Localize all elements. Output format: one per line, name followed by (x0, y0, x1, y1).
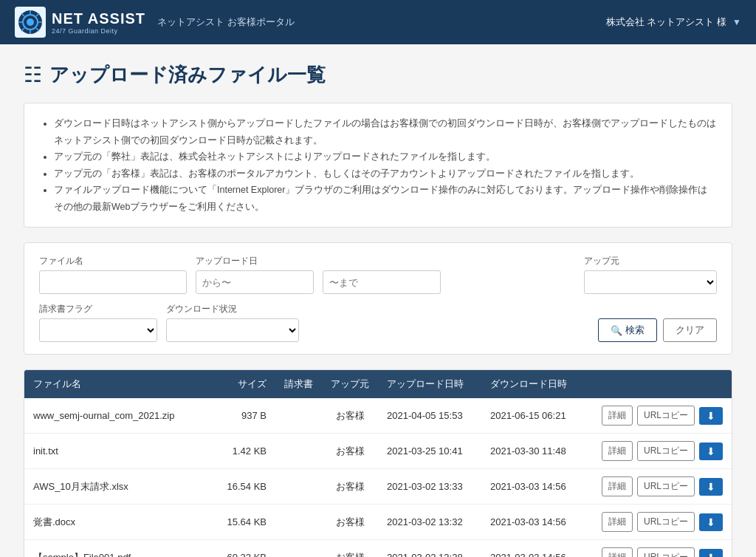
download-button[interactable]: ⬇ (699, 549, 723, 558)
urlcopy-button[interactable]: URLコピー (637, 547, 695, 557)
cell-filename: init.txt (24, 434, 216, 469)
detail-button[interactable]: 詳細 (602, 441, 633, 461)
col-header-size: サイズ (216, 370, 275, 398)
download-icon: ⬇ (707, 516, 715, 528)
cell-actions: 詳細 URLコピー ⬇ (585, 398, 732, 434)
svg-point-2 (27, 18, 34, 26)
table-row: 【sample】File001.pdf 60.22 KB お客様 2021-03… (24, 540, 732, 558)
invoice-flag-label: 請求書フラグ (39, 303, 157, 315)
download-button[interactable]: ⬇ (699, 513, 723, 531)
cell-download-date: 2021-03-03 14:56 (481, 469, 585, 505)
cell-size: 60.22 KB (216, 540, 275, 558)
logo-area: NET ASSIST 24/7 Guardian Deity (15, 7, 145, 38)
logo-subtitle: 24/7 Guardian Deity (52, 27, 145, 35)
file-table-container: ファイル名 サイズ 請求書 アップ元 アップロード日時 ダウンロード日時 www… (24, 369, 732, 557)
urlcopy-button[interactable]: URLコピー (637, 512, 695, 532)
file-table: ファイル名 サイズ 請求書 アップ元 アップロード日時 ダウンロード日時 www… (24, 370, 732, 557)
cell-upload-date: 2021-03-02 13:28 (378, 540, 481, 558)
urlcopy-button[interactable]: URLコピー (637, 441, 695, 461)
download-icon: ⬇ (707, 552, 715, 558)
clear-button[interactable]: クリア (663, 318, 717, 342)
download-button[interactable]: ⬇ (699, 442, 723, 460)
search-button-label: 検索 (625, 324, 645, 337)
search-form: ファイル名 アップロード日 アップ元 弊社 お客様 (24, 242, 732, 355)
table-header: ファイル名 サイズ 請求書 アップ元 アップロード日時 ダウンロード日時 (24, 370, 732, 398)
download-status-label: ダウンロード状況 (166, 303, 299, 315)
cell-invoice (275, 540, 322, 558)
info-item: アップ元の「お客様」表記は、お客様のポータルアカウント、もしくはその子アカウント… (54, 165, 717, 182)
cell-size: 16.54 KB (216, 469, 275, 505)
detail-button[interactable]: 詳細 (602, 406, 633, 426)
cell-source: お客様 (322, 398, 378, 434)
invoice-flag-select[interactable]: あり なし (39, 318, 157, 342)
download-status-group: ダウンロード状況 済み 未 (166, 303, 299, 342)
invoice-flag-group: 請求書フラグ あり なし (39, 303, 157, 342)
source-select[interactable]: 弊社 お客様 (584, 270, 717, 294)
cell-size: 937 B (216, 398, 275, 434)
cell-download-date: 2021-03-03 14:56 (481, 505, 585, 540)
cell-upload-date: 2021-03-02 13:33 (378, 469, 481, 505)
cell-source: お客様 (322, 540, 378, 558)
table-row: 覚書.docx 15.64 KB お客様 2021-03-02 13:32 20… (24, 505, 732, 540)
action-buttons: 詳細 URLコピー ⬇ (594, 441, 723, 461)
cell-download-date: 2021-06-15 06:21 (481, 398, 585, 434)
search-buttons: 🔍 検索 クリア (598, 318, 717, 342)
download-button[interactable]: ⬇ (699, 407, 723, 425)
urlcopy-button[interactable]: URLコピー (637, 476, 695, 496)
action-buttons: 詳細 URLコピー ⬇ (594, 547, 723, 557)
download-status-select[interactable]: 済み 未 (166, 318, 299, 342)
search-magnifier-icon: 🔍 (611, 325, 622, 336)
cell-invoice (275, 398, 322, 434)
date-from-input[interactable] (196, 270, 314, 294)
action-buttons: 詳細 URLコピー ⬇ (594, 406, 723, 426)
detail-button[interactable]: 詳細 (602, 476, 633, 496)
download-button[interactable]: ⬇ (699, 478, 723, 496)
header-dropdown-arrow-icon: ▼ (732, 17, 741, 27)
cell-invoice (275, 505, 322, 540)
download-icon: ⬇ (707, 445, 715, 457)
cell-invoice (275, 434, 322, 469)
cell-actions: 詳細 URLコピー ⬇ (585, 505, 732, 540)
table-body: www_semj-ournal_com_2021.zip 937 B お客様 2… (24, 398, 732, 557)
page-title-icon: ☷ (24, 63, 42, 87)
cell-source: お客様 (322, 469, 378, 505)
info-list: ダウンロード日時はネットアシスト側からアップロードしたファイルの場合はお客様側で… (24, 103, 732, 228)
header: NET ASSIST 24/7 Guardian Deity ネットアシスト お… (0, 0, 756, 44)
table-header-row: ファイル名 サイズ 請求書 アップ元 アップロード日時 ダウンロード日時 (24, 370, 732, 398)
main-content: ☷ アップロード済みファイル一覧 ダウンロード日時はネットアシスト側からアップロ… (0, 44, 756, 557)
cell-actions: 詳細 URLコピー ⬇ (585, 434, 732, 469)
cell-source: お客様 (322, 434, 378, 469)
cell-filename: 【sample】File001.pdf (24, 540, 216, 558)
logo-title: NET ASSIST (52, 10, 145, 27)
detail-button[interactable]: 詳細 (602, 547, 633, 557)
page-title: アップロード済みファイル一覧 (49, 62, 326, 88)
detail-button[interactable]: 詳細 (602, 512, 633, 532)
upload-date-label: アップロード日 (196, 255, 314, 267)
page-title-area: ☷ アップロード済みファイル一覧 (24, 62, 732, 88)
col-header-invoice: 請求書 (275, 370, 322, 398)
date-to-input[interactable] (323, 270, 441, 294)
table-row: www_semj-ournal_com_2021.zip 937 B お客様 2… (24, 398, 732, 434)
col-header-filename: ファイル名 (24, 370, 216, 398)
download-icon: ⬇ (707, 481, 715, 493)
header-left: NET ASSIST 24/7 Guardian Deity ネットアシスト お… (15, 7, 295, 38)
cell-upload-date: 2021-04-05 15:53 (378, 398, 481, 434)
cell-actions: 詳細 URLコピー ⬇ (585, 540, 732, 558)
filename-label: ファイル名 (39, 255, 187, 267)
cell-source: お客様 (322, 505, 378, 540)
filename-input[interactable] (39, 270, 187, 294)
col-header-download: ダウンロード日時 (481, 370, 585, 398)
header-company-menu[interactable]: 株式会社 ネットアシスト 様 ▼ (606, 16, 741, 29)
logo-text-area: NET ASSIST 24/7 Guardian Deity (52, 10, 145, 35)
source-label: アップ元 (584, 255, 717, 267)
date-to-label (323, 257, 441, 267)
col-header-upload: アップロード日時 (378, 370, 481, 398)
table-row: init.txt 1.42 KB お客様 2021-03-25 10:41 20… (24, 434, 732, 469)
urlcopy-button[interactable]: URLコピー (637, 406, 695, 426)
search-button[interactable]: 🔍 検索 (598, 318, 657, 342)
search-row-1: ファイル名 アップロード日 アップ元 弊社 お客様 (39, 255, 717, 294)
cell-filename: www_semj-ournal_com_2021.zip (24, 398, 216, 434)
source-group: アップ元 弊社 お客様 (584, 255, 717, 294)
cell-upload-date: 2021-03-02 13:32 (378, 505, 481, 540)
info-items: ダウンロード日時はネットアシスト側からアップロードしたファイルの場合はお客様側で… (39, 115, 717, 215)
